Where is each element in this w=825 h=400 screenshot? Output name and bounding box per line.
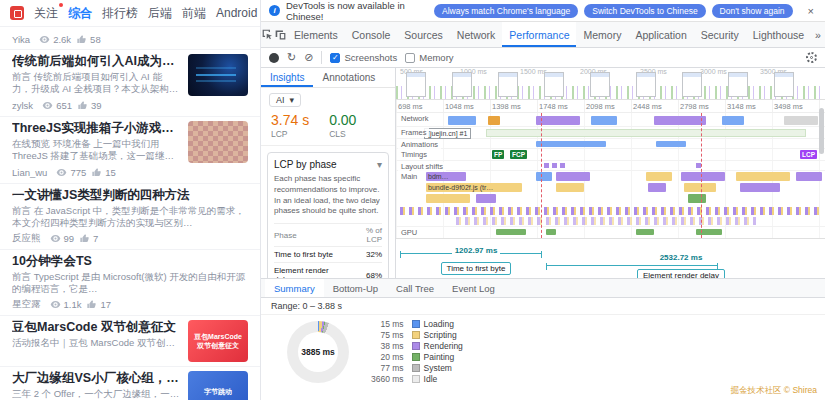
- list-item[interactable]: 大厂边缘组VS小厂核心组，要怎么选? 三年 2 个 Offer，一个大厂边缘组，…: [0, 367, 260, 400]
- tab-console[interactable]: Console: [345, 22, 398, 47]
- article-title[interactable]: 豆包MarsCode 双节创意征文: [12, 320, 180, 335]
- timeline-area[interactable]: 500 ms 1000 ms 1500 ms 2000 ms 2500 ms 3…: [396, 68, 825, 278]
- filmstrip-screenshot[interactable]: [544, 72, 564, 97]
- dont-show-again-button[interactable]: Don't show again: [712, 4, 793, 18]
- flame-task[interactable]: bundle-d9f02f.js (tr…: [426, 183, 522, 192]
- table-row[interactable]: Element render delay 68%: [274, 263, 382, 278]
- author-name[interactable]: Yika: [12, 34, 30, 45]
- tab-bottom-up[interactable]: Bottom-Up: [324, 279, 387, 297]
- tab-annotations[interactable]: Annotations: [313, 68, 384, 87]
- tab-lighthouse[interactable]: Lighthouse: [746, 22, 811, 47]
- timeline-tracks[interactable]: Network Frames [juejin.cn] #1: [396, 113, 825, 239]
- table-row[interactable]: Time to first byte 32%: [274, 247, 382, 263]
- tab-performance[interactable]: Performance: [502, 22, 576, 47]
- tab-call-tree[interactable]: Call Tree: [387, 279, 443, 297]
- annotation-label[interactable]: Time to first byte: [441, 262, 512, 275]
- match-language-button[interactable]: Always match Chrome's language: [434, 4, 578, 18]
- article-thumbnail[interactable]: [188, 121, 248, 163]
- filmstrip-screenshot[interactable]: [590, 72, 610, 97]
- device-toolbar-icon[interactable]: [274, 22, 287, 47]
- screenshots-checkbox[interactable]: ✓ Screenshots: [330, 52, 397, 63]
- tab-network[interactable]: Network: [450, 22, 503, 47]
- layout-shift: [552, 163, 557, 168]
- track-network[interactable]: Network: [396, 113, 825, 127]
- nav-frontend[interactable]: 前端: [182, 5, 206, 22]
- tab-sources[interactable]: Sources: [397, 22, 450, 47]
- filmstrip-screenshot[interactable]: [406, 72, 426, 97]
- author-name[interactable]: Lian_wu: [12, 167, 47, 178]
- lcp-marker[interactable]: LCP: [800, 150, 817, 159]
- filmstrip-screenshot[interactable]: [682, 72, 702, 97]
- author-name[interactable]: 星空露: [12, 298, 41, 311]
- article-title[interactable]: ThreeJS实现推箱子小游戏【二】: [12, 121, 180, 136]
- tab-security[interactable]: Security: [694, 22, 746, 47]
- close-notification-icon[interactable]: ×: [805, 5, 817, 17]
- insights-filter-dropdown[interactable]: AI ▾: [269, 93, 301, 107]
- flame-task[interactable]: bdm…: [426, 172, 466, 181]
- timeline-overview[interactable]: 500 ms 1000 ms 1500 ms 2000 ms 2500 ms 3…: [396, 68, 825, 100]
- track-main-thread[interactable]: Main bdm… bundle-d9f02f.js (tr…: [396, 171, 825, 227]
- switch-chinese-button[interactable]: Switch DevTools to Chinese: [584, 4, 705, 18]
- activity-icon[interactable]: [10, 6, 24, 20]
- filmstrip-screenshot[interactable]: [452, 72, 472, 97]
- article-title[interactable]: 一文讲懂JS类型判断的四种方法: [12, 188, 248, 203]
- track-frames[interactable]: Frames [juejin.cn] #1: [396, 127, 825, 139]
- view-count: 775: [70, 167, 86, 178]
- list-item[interactable]: ThreeJS实现推箱子小游戏【二】 在线预览 环境准备 上一篇中我们用 Thr…: [0, 117, 260, 184]
- filmstrip-screenshot[interactable]: [728, 72, 748, 97]
- record-button[interactable]: [269, 53, 279, 63]
- track-timings[interactable]: Timings FP FCP LCP: [396, 149, 825, 161]
- gpu-task: [546, 229, 556, 235]
- article-title[interactable]: 大厂边缘组VS小厂核心组，要怎么选?: [12, 371, 180, 386]
- inspect-icon[interactable]: [261, 22, 274, 47]
- tab-insights[interactable]: Insights: [261, 68, 313, 87]
- lcp-metric[interactable]: 3.74 s LCP: [271, 112, 309, 139]
- track-animations[interactable]: Animations: [396, 139, 825, 149]
- tab-elements[interactable]: Elements: [287, 22, 345, 47]
- timeline-ruler[interactable]: 698 ms 1048 ms 1398 ms 1748 ms 2098 ms 2…: [396, 100, 825, 113]
- memory-checkbox[interactable]: Memory: [405, 52, 453, 63]
- fcp-marker[interactable]: FCP: [510, 150, 527, 159]
- filmstrip-screenshot[interactable]: [498, 72, 518, 97]
- article-title[interactable]: 10分钟学会TS: [12, 254, 248, 269]
- list-item[interactable]: 10分钟学会TS 前言 TypeScript 是由 Microsoft(微软) …: [0, 250, 260, 316]
- clear-icon[interactable]: ⊘: [304, 52, 313, 63]
- reload-record-icon[interactable]: ↻: [287, 52, 296, 63]
- track-gpu[interactable]: GPU: [396, 227, 825, 239]
- tab-event-log[interactable]: Event Log: [443, 279, 504, 297]
- nav-ranking[interactable]: 排行榜: [102, 5, 138, 22]
- filmstrip-screenshot[interactable]: [774, 72, 794, 97]
- nav-follow[interactable]: 关注: [34, 5, 58, 22]
- nav-android[interactable]: Android: [216, 6, 257, 20]
- more-tabs-icon[interactable]: »: [811, 22, 825, 47]
- capture-settings-gear-icon[interactable]: [806, 52, 817, 63]
- cls-metric[interactable]: 0.00 CLS: [329, 112, 356, 139]
- list-item[interactable]: 豆包MarsCode 双节创意征文 活动报名中｜豆包 MarsCode 双节创意…: [0, 316, 260, 367]
- tab-memory[interactable]: Memory: [576, 22, 628, 47]
- author-name[interactable]: 反应熊: [12, 232, 41, 245]
- like-count: 15: [105, 167, 116, 178]
- article-thumbnail[interactable]: [188, 54, 248, 96]
- article-title[interactable]: 传统前后端如何引入AI成为AI全栈项目？...: [12, 54, 180, 69]
- annotation[interactable]: 1202.97 ms Time to first byte: [416, 239, 536, 275]
- tab-application[interactable]: Application: [628, 22, 693, 47]
- track-layout-shifts[interactable]: Layout shifts: [396, 161, 825, 171]
- list-item[interactable]: 一文讲懂JS类型判断的四种方法 前言 在 JavaScript 中，类型判断是个…: [0, 184, 260, 250]
- list-item[interactable]: 传统前后端如何引入AI成为AI全栈项目？... 前言 传统前后端项目如何引入 A…: [0, 50, 260, 117]
- chevron-up-icon[interactable]: ▾: [377, 159, 382, 170]
- article-thumbnail[interactable]: 字节跳动: [188, 371, 248, 400]
- timeline-scrollbar[interactable]: [819, 108, 824, 154]
- tab-summary[interactable]: Summary: [265, 279, 324, 297]
- thumbnail-caption: 字节跳动: [201, 387, 235, 396]
- annotation[interactable]: 2532.72 ms Element render delay: [611, 246, 751, 278]
- lcp-by-phase-card[interactable]: LCP by phase ▾ Each phase has specific r…: [267, 152, 389, 278]
- list-item-meta[interactable]: Yika 2.6k 58: [0, 27, 260, 50]
- filmstrip-screenshot[interactable]: [636, 72, 656, 97]
- author-name[interactable]: zylsk: [12, 100, 33, 111]
- annotation-label[interactable]: Element render delay: [637, 269, 725, 278]
- nav-comprehensive[interactable]: 综合: [68, 5, 92, 22]
- fp-marker[interactable]: FP: [492, 150, 504, 159]
- nav-backend[interactable]: 后端: [148, 5, 172, 22]
- legend-item: System: [412, 363, 463, 373]
- article-thumbnail[interactable]: 豆包MarsCode 双节创意征文: [188, 320, 248, 362]
